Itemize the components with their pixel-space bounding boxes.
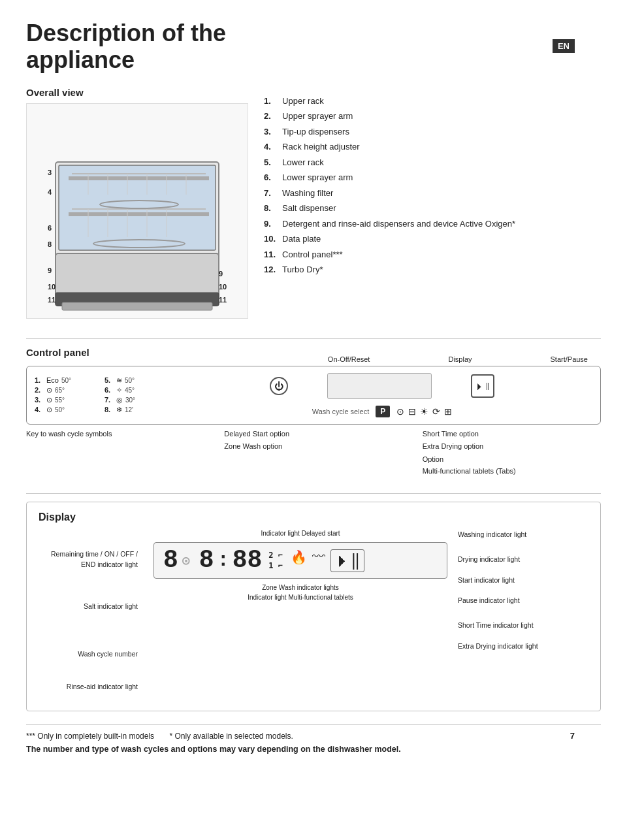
seg-zone-2: 2 ⌐ bbox=[268, 551, 283, 560]
cp-notes: Key to wash cycle symbols Delayed Start … bbox=[26, 428, 601, 477]
control-panel-label: Control panel bbox=[26, 347, 89, 358]
control-panel-section: Control panel On-Off/Reset Display Start… bbox=[26, 347, 601, 477]
prog-4: 4. ⊙ 50° bbox=[35, 406, 95, 414]
part-desc: Upper sprayer arm bbox=[280, 108, 518, 124]
part-number: 5. bbox=[261, 155, 280, 170]
part-desc: Rack height adjuster bbox=[280, 139, 518, 155]
display-right-labels: Washing indicator light Drying indicator… bbox=[458, 530, 588, 658]
cp-display-box bbox=[327, 373, 432, 399]
indicator-delayed-label: Indicator light Delayed start bbox=[153, 530, 447, 537]
display-full-layout: Remaining time / ON / OFF / END indicato… bbox=[39, 530, 588, 702]
part-number: 3. bbox=[261, 124, 280, 140]
prog-1: 1. Eco 50° bbox=[35, 376, 95, 385]
svg-text:10: 10 bbox=[219, 283, 227, 291]
part-desc: Turbo Dry* bbox=[280, 262, 518, 278]
part-row: 11.Control panel*** bbox=[261, 247, 518, 263]
extra-drying-note: Extra Drying option bbox=[423, 441, 601, 453]
seg-salt-icon: ⊙ bbox=[181, 553, 191, 569]
key-wash-cycle-label: Key to wash cycle symbols bbox=[26, 428, 204, 440]
part-row: 8.Salt dispenser bbox=[261, 201, 518, 216]
svg-rect-21 bbox=[62, 302, 212, 310]
seg-digit-wash: 8 bbox=[163, 548, 178, 573]
start-pause-label: Start/Pause bbox=[551, 355, 588, 363]
appliance-diagram: 3 12 3 1 4 2 5 6 8 7 9 9 10 10 11 11 bbox=[26, 103, 248, 319]
short-time-indicator-label: Short Time indicator light bbox=[458, 621, 588, 631]
delayed-start-icon: ⊙ bbox=[396, 406, 404, 417]
part-row: 4.Rack height adjuster bbox=[261, 139, 518, 155]
part-desc: Data plate bbox=[280, 231, 518, 247]
seg-wave-icon: 〰 bbox=[312, 549, 325, 572]
part-number: 2. bbox=[261, 108, 280, 124]
part-desc: Salt dispenser bbox=[280, 201, 518, 216]
display-section-title: Display bbox=[39, 511, 588, 523]
rinse-aid-label: Rinse-aid indicator light bbox=[39, 682, 143, 692]
segment-display: 8 ⊙ 8 : 88 2 ⌐ 1 ⌐ 🔥 〰 ⏵‖ bbox=[153, 542, 447, 579]
prog-8: 8. ❄ 12' bbox=[104, 406, 165, 414]
page-title: Description of the appliance bbox=[26, 20, 601, 74]
seg-zone-1: 1 ⌐ bbox=[268, 561, 283, 570]
extra-drying-indicator-label: Extra Drying indicator light bbox=[458, 641, 588, 652]
power-button[interactable]: ⏻ bbox=[270, 377, 288, 395]
part-row: 2.Upper sprayer arm bbox=[261, 108, 518, 124]
program-list: 1. Eco 50° 5. ≋ 50° 2. ⊙ 65° 6. ✧ 45 bbox=[35, 376, 165, 414]
zone-wash-icon: ⊟ bbox=[408, 406, 416, 417]
seg-play-pause: ⏵‖ bbox=[330, 549, 364, 572]
part-row: 12.Turbo Dry* bbox=[261, 262, 518, 278]
part-number: 9. bbox=[261, 216, 280, 232]
washing-indicator-label: Washing indicator light bbox=[458, 530, 588, 540]
svg-text:9: 9 bbox=[219, 270, 223, 278]
overall-view-label: Overall view bbox=[26, 87, 248, 98]
svg-text:3: 3 bbox=[48, 169, 52, 176]
footnote-main: The number and type of wash cycles and o… bbox=[26, 745, 601, 754]
drying-indicator-label: Drying indicator light bbox=[458, 555, 588, 565]
prog-6: 6. ✧ 45° bbox=[104, 386, 165, 395]
en-badge: EN bbox=[553, 39, 575, 53]
part-row: 3.Tip-up dispensers bbox=[261, 124, 518, 140]
start-indicator-label: Start indicator light bbox=[458, 575, 588, 586]
control-panel-box: 1. Eco 50° 5. ≋ 50° 2. ⊙ 65° 6. ✧ 45 bbox=[26, 366, 601, 425]
pause-indicator-label: Pause indicator light bbox=[458, 596, 588, 606]
display-mid: Indicator light Delayed start 8 ⊙ 8 : 88… bbox=[153, 530, 447, 601]
seg-zone-indicators: 2 ⌐ 1 ⌐ bbox=[268, 551, 283, 570]
seg-time-right: 88 bbox=[233, 548, 263, 573]
part-desc: Washing filter bbox=[280, 186, 518, 201]
part-number: 7. bbox=[261, 186, 280, 201]
zone-wash-indicator-label: Zone Wash indicator lights bbox=[153, 584, 447, 591]
seg-colon: : bbox=[217, 549, 229, 572]
svg-text:11: 11 bbox=[48, 296, 56, 304]
part-row: 9.Detergent and rinse-aid dispensers and… bbox=[261, 216, 518, 232]
cp-controls: ⏻ ⏵‖ Wash cycle select P ⊙ ⊟ ☀ ⟳ ⊞ bbox=[172, 373, 592, 417]
part-desc: Upper rack bbox=[280, 93, 518, 109]
part-number: 6. bbox=[261, 170, 280, 186]
short-time-icon: ☀ bbox=[420, 406, 428, 417]
prog-3: 3. ⊙ 55° bbox=[35, 396, 95, 404]
part-row: 1.Upper rack bbox=[261, 93, 518, 109]
part-row: 6.Lower sprayer arm bbox=[261, 170, 518, 186]
svg-text:6: 6 bbox=[48, 224, 52, 232]
seg-time-left: 8 bbox=[199, 548, 214, 573]
start-pause-button[interactable]: ⏵‖ bbox=[471, 374, 494, 398]
part-number: 8. bbox=[261, 201, 280, 216]
tabs-icon: ⊞ bbox=[444, 406, 452, 417]
part-desc: Tip-up dispensers bbox=[280, 124, 518, 140]
svg-text:9: 9 bbox=[48, 267, 52, 274]
extra-drying-icon: ⟳ bbox=[432, 406, 440, 417]
part-row: 10.Data plate bbox=[261, 231, 518, 247]
display-left-labels: Remaining time / ON / OFF / END indicato… bbox=[39, 530, 143, 702]
seg-flame-icon: 🔥 bbox=[291, 549, 307, 572]
prog-5: 5. ≋ 50° bbox=[104, 376, 165, 385]
svg-text:11: 11 bbox=[219, 296, 227, 304]
part-desc: Control panel*** bbox=[280, 247, 518, 263]
zone-wash-note: Zone Wash option bbox=[224, 441, 402, 453]
wash-cycle-number-label: Wash cycle number bbox=[39, 649, 143, 660]
svg-text:4: 4 bbox=[48, 188, 52, 196]
part-number: 1. bbox=[261, 93, 280, 109]
footnotes: *** Only in completely built-in models *… bbox=[26, 724, 601, 754]
part-desc: Detergent and rinse-aid dispensers and d… bbox=[280, 216, 518, 232]
p-badge: P bbox=[376, 406, 390, 417]
part-desc: Lower rack bbox=[280, 155, 518, 170]
on-off-label: On-Off/Reset bbox=[328, 355, 370, 363]
wash-select-label: Wash cycle select bbox=[312, 408, 370, 415]
part-number: 11. bbox=[261, 247, 280, 263]
prog-7: 7. ◎ 30° bbox=[104, 396, 165, 404]
